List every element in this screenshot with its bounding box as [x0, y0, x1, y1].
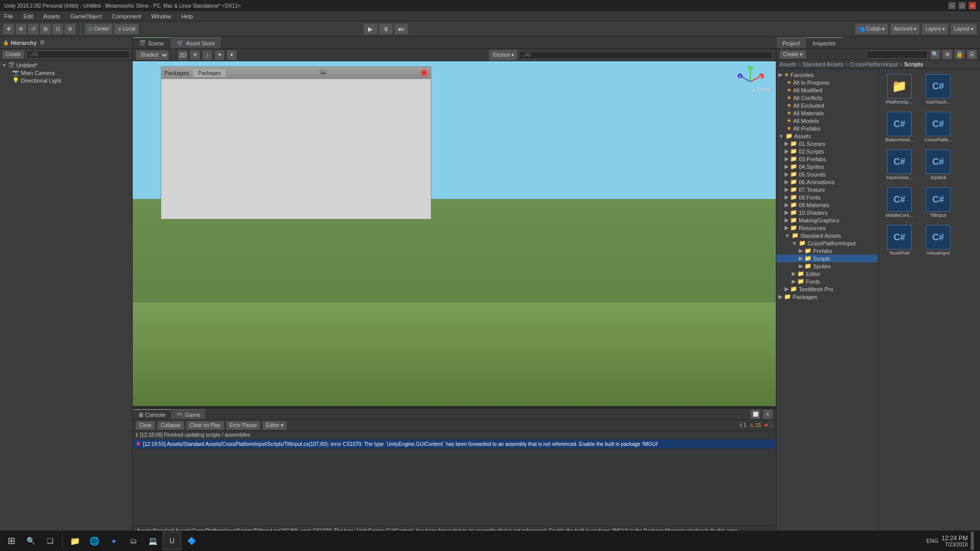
- asset-virtualinput[interactable]: C# VirtualInput: [920, 223, 956, 258]
- tree-all-excluded[interactable]: ★ All Excluded: [776, 102, 878, 109]
- tree-07-texture[interactable]: ▶ 📁 07.Texture: [776, 186, 878, 193]
- tree-resources[interactable]: ▶ 📁 Resources: [776, 224, 878, 232]
- vscode-button[interactable]: 💻: [143, 532, 162, 550]
- console-close-button[interactable]: ✕: [763, 409, 773, 419]
- main-camera-item[interactable]: 📷 Main Camera: [0, 69, 132, 77]
- fx-toggle[interactable]: ✦: [214, 50, 225, 60]
- audio-toggle[interactable]: ♪: [202, 50, 212, 60]
- tree-01-scenes[interactable]: ▶ 📁 01.Scenes: [776, 140, 878, 147]
- lighting-toggle[interactable]: ☀: [190, 50, 200, 60]
- explorer-button[interactable]: 📁: [66, 532, 84, 550]
- rect-tool[interactable]: ⊡: [52, 23, 63, 35]
- console-error-msg[interactable]: ✖ [12:19:55] Assets/Standard Assets/Cros…: [133, 439, 776, 449]
- play-button[interactable]: ▶: [363, 23, 378, 35]
- unity-taskbar-button[interactable]: U: [163, 532, 181, 550]
- hierarchy-search-input[interactable]: [27, 51, 130, 59]
- tab-console[interactable]: 🖥 Console: [133, 409, 171, 419]
- tab-project[interactable]: Project: [776, 37, 806, 48]
- tree-favorites[interactable]: ▶ ★ Favorites: [776, 71, 878, 79]
- scene-view[interactable]: X Y Z ◈ Persp Packages Packages: [133, 61, 776, 406]
- collapse-button[interactable]: Collapse: [157, 421, 184, 430]
- project-menu-btn[interactable]: ☰: [967, 49, 977, 60]
- console-info-msg[interactable]: ℹ [12:18:06] Finished updating scripts /…: [133, 431, 776, 439]
- menu-help[interactable]: Help: [179, 12, 195, 20]
- project-create-button[interactable]: Create ▾: [779, 50, 806, 59]
- hierarchy-create-button[interactable]: Create: [2, 50, 24, 59]
- maximize-button[interactable]: □: [959, 2, 966, 9]
- menu-gameobject[interactable]: GameObject: [68, 12, 104, 20]
- close-button[interactable]: ✕: [969, 2, 976, 9]
- breadcrumb-standard-assets[interactable]: Standard Assets: [802, 61, 843, 67]
- hand-tool[interactable]: ✥: [3, 23, 14, 35]
- tree-crossplatform[interactable]: ▼ 📁 CrossPlatformInput: [776, 239, 878, 247]
- layout-button[interactable]: Layout ▾: [950, 23, 977, 35]
- tab-game[interactable]: 🎮 Game: [171, 409, 206, 419]
- rotate-tool[interactable]: ↺: [28, 23, 39, 35]
- console-maximize-button[interactable]: ⬜: [750, 409, 761, 419]
- menu-assets[interactable]: Assets: [41, 12, 62, 20]
- 2d-toggle[interactable]: 2D: [178, 50, 188, 60]
- tree-all-modified[interactable]: ★ All Modified: [776, 86, 878, 94]
- task-view-button[interactable]: ❑: [41, 532, 59, 550]
- tab-scene[interactable]: 🎬 Scene: [133, 37, 170, 48]
- tab-inspector[interactable]: Inspector: [806, 37, 842, 48]
- tree-standard-assets[interactable]: ▼ 📁 Standard Assets: [776, 232, 878, 239]
- scene-search-input[interactable]: [520, 51, 773, 59]
- show-desktop-button[interactable]: [971, 532, 974, 550]
- asset-platformsp[interactable]: 📁 PlatformSp...: [881, 72, 917, 107]
- pause-button[interactable]: ⏸: [379, 23, 393, 35]
- project-search-icon-btn[interactable]: 🔍: [930, 49, 940, 60]
- asset-inputaxis[interactable]: C# InputAxisIs...: [881, 147, 917, 182]
- shading-mode-select[interactable]: Shaded: [136, 50, 169, 60]
- error-pause-button[interactable]: Error Pause: [226, 421, 260, 430]
- tree-03-prefabs[interactable]: ▶ 📁 03.Prefabs: [776, 155, 878, 163]
- tree-fonts-child[interactable]: ▶ 📁 Fonts: [776, 278, 878, 285]
- breadcrumb-crossplatform[interactable]: CrossPlatformInput: [850, 61, 898, 67]
- asset-joystick[interactable]: C# Joystick: [920, 147, 956, 182]
- account-button[interactable]: Account ▾: [890, 23, 920, 35]
- asset-buttonhand[interactable]: C# ButtonHand...: [881, 110, 917, 144]
- tree-making-graphics[interactable]: ▶ 📁 MakingGraphics: [776, 216, 878, 224]
- tree-prefabs-child[interactable]: ▶ 📁 Prefabs: [776, 247, 878, 255]
- tree-textmesh[interactable]: ▶ 📁 TextMesh Pro: [776, 285, 878, 293]
- tree-02-scripts[interactable]: ▶ 📁 02.Scripts: [776, 147, 878, 155]
- menu-file[interactable]: File: [2, 12, 15, 20]
- clear-button[interactable]: Clear: [136, 421, 155, 430]
- tree-scripts-selected[interactable]: ▶ 📁 Scripts: [776, 255, 878, 262]
- tree-editor[interactable]: ▶ 📁 Editor: [776, 270, 878, 278]
- clear-on-play-button[interactable]: Clear on Play: [186, 421, 224, 430]
- tree-10-shaders[interactable]: ▶ 📁 10.Shaders: [776, 209, 878, 216]
- asset-touchpad[interactable]: C# TouchPad: [881, 223, 917, 258]
- asset-crossplatf[interactable]: C# CrossPlatfe...: [920, 110, 956, 144]
- hierarchy-menu-icon[interactable]: ☰: [40, 40, 44, 45]
- packages-close-button[interactable]: ✕: [421, 69, 428, 77]
- tree-all-materials[interactable]: ★ All Materials: [776, 109, 878, 117]
- tree-all-in-progress[interactable]: ★ All In Progress: [776, 79, 878, 86]
- layers-button[interactable]: Layers ▾: [922, 23, 948, 35]
- packages-window[interactable]: Packages Packages ─ ✕: [161, 66, 431, 219]
- tree-sprites-child[interactable]: ▶ 📁 Sprites: [776, 262, 878, 270]
- scale-tool[interactable]: ⊞: [40, 23, 51, 35]
- menu-edit[interactable]: Edit: [21, 12, 35, 20]
- pivot-local-button[interactable]: ⊕ Local: [114, 23, 139, 35]
- tree-packages[interactable]: ▶ 📁 Packages: [776, 293, 878, 300]
- tab-asset-store[interactable]: 🛒 Asset Store: [170, 37, 222, 48]
- pivot-center-button[interactable]: ⊙ Center: [85, 23, 113, 35]
- search-button[interactable]: 🔍: [21, 532, 40, 550]
- breadcrumb-assets[interactable]: Assets: [779, 61, 796, 67]
- menu-window[interactable]: Window: [149, 12, 173, 20]
- hierarchy-lock-icon[interactable]: 🔒: [3, 40, 9, 45]
- directional-light-item[interactable]: 💡 Directional Light: [0, 77, 132, 84]
- tree-05-sounds[interactable]: ▶ 📁 05.Sounds: [776, 170, 878, 178]
- step-button[interactable]: ⏭: [394, 23, 408, 35]
- tree-all-prefabs[interactable]: ★ All Prefabs: [776, 124, 878, 132]
- tree-all-models[interactable]: ★ All Models: [776, 117, 878, 124]
- scene-settings[interactable]: ▾: [227, 50, 237, 60]
- transform-tool[interactable]: ⚙: [64, 23, 76, 35]
- scene-root-item[interactable]: ▼ 🎬 Untitled*: [0, 61, 132, 69]
- minimize-button[interactable]: ─: [948, 2, 955, 9]
- tree-09-materials[interactable]: ▶ 📁 09.Materials: [776, 201, 878, 209]
- edge-button[interactable]: 🌐: [85, 532, 104, 550]
- asset-tiltinput[interactable]: C# TiltInput: [920, 185, 956, 220]
- project-lock-btn[interactable]: 🔒: [954, 49, 965, 60]
